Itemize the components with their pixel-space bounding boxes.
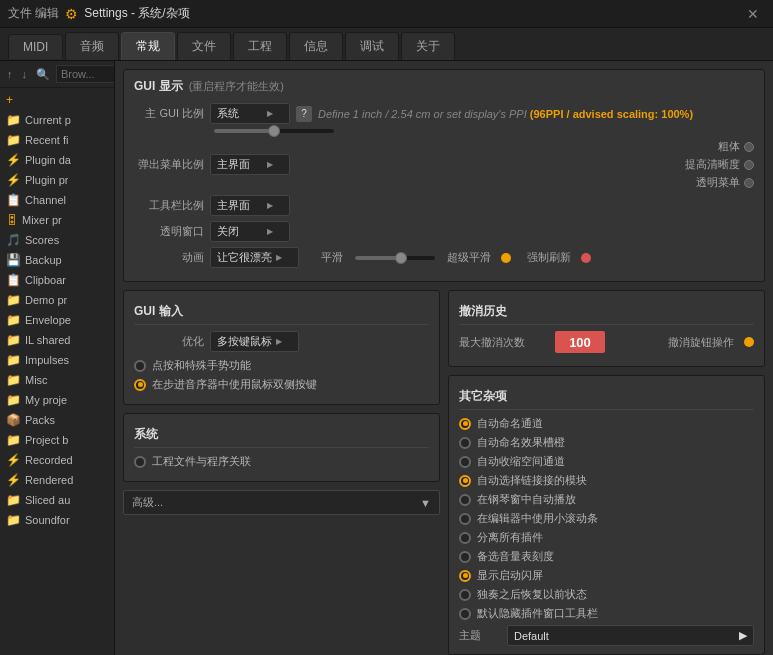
info-text: Define 1 inch / 2.54 cm or set display's… [318,108,693,120]
gui-input-section: GUI 输入 优化 多按键鼠标 点按和特殊手势功能 在步进音序器中使用鼠标双侧按… [123,290,440,405]
advanced-label: 高级... [132,495,163,510]
opt-radio-auto-name-fx[interactable] [459,437,471,449]
sidebar-item-add[interactable]: + [0,90,114,110]
sidebar-item-rendered[interactable]: ⚡ Rendered [0,470,114,490]
hd-label: 提高清晰度 [685,157,740,172]
opt-restore-state: 独奏之后恢复以前状态 [459,587,754,602]
undo-slider-dot[interactable] [744,337,754,347]
system-radio-label-1: 工程文件与程序关联 [152,454,251,469]
tab-audio[interactable]: 音频 [65,32,119,60]
sidebar-item-channel[interactable]: 📋 Channel [0,190,114,210]
tab-info[interactable]: 信息 [289,32,343,60]
sidebar-up-btn[interactable]: ↑ [4,66,16,82]
sidebar-item-scores[interactable]: 🎵 Scores [0,230,114,250]
hd-dot[interactable] [744,160,754,170]
sidebar-item-soundfor[interactable]: 📁 Soundfor [0,510,114,530]
transparency-dropdown[interactable]: 关闭 [210,221,290,242]
toolbar-scale-dropdown[interactable]: 主界面 [210,195,290,216]
super-smooth-label: 超级平滑 [447,250,491,265]
sidebar-item-mixer[interactable]: 🎛 Mixer pr [0,210,114,230]
sidebar-label-clipboard: Clipboar [25,274,66,286]
tab-general[interactable]: 常规 [121,32,175,60]
sidebar-item-project-b[interactable]: 📁 Project b [0,430,114,450]
projectb-icon: 📁 [6,433,21,447]
sidebar-item-packs[interactable]: 📦 Packs [0,410,114,430]
tab-files[interactable]: 文件 [177,32,231,60]
system-section: 系统 工程文件与程序关联 [123,413,440,482]
smooth-slider-thumb[interactable] [395,252,407,264]
opt-auto-collapse: 自动收缩空间通道 [459,454,754,469]
optimize-dropdown[interactable]: 多按键鼠标 [210,331,299,352]
opt-radio-restore-state[interactable] [459,589,471,601]
force-refresh-dot[interactable] [581,253,591,263]
tab-project[interactable]: 工程 [233,32,287,60]
sidebar-label-mixer: Mixer pr [22,214,62,226]
help-button[interactable]: ? [296,106,312,122]
myproje-icon: 📁 [6,393,21,407]
sidebar-item-envelope[interactable]: 📁 Envelope [0,310,114,330]
tab-about[interactable]: 关于 [401,32,455,60]
sidebar-item-impulses[interactable]: 📁 Impulses [0,350,114,370]
close-button[interactable]: ✕ [741,4,765,24]
sidebar-item-clipboard[interactable]: 📋 Clipboar [0,270,114,290]
app-menu-label[interactable]: 文件 编辑 [8,5,59,22]
opt-radio-detach-plugins[interactable] [459,532,471,544]
sidebar-toolbar: ↑ ↓ 🔍 [0,61,114,88]
opt-label-autoplay-piano: 在钢琴窗中自动播放 [477,492,576,507]
radio-btn-2[interactable] [134,379,146,391]
opt-radio-scrollbar-editor[interactable] [459,513,471,525]
sidebar-item-sliced-au[interactable]: 📁 Sliced au [0,490,114,510]
radio-btn-1[interactable] [134,360,146,372]
opt-backup-meter: 备选音量表刻度 [459,549,754,564]
advanced-dropdown[interactable]: 高级... ▼ [123,490,440,515]
opt-radio-autoplay-piano[interactable] [459,494,471,506]
system-radio-btn-1[interactable] [134,456,146,468]
opt-radio-auto-collapse[interactable] [459,456,471,468]
opt-radio-auto-select[interactable] [459,475,471,487]
sidebar-item-plugin-pr[interactable]: ⚡ Plugin pr [0,170,114,190]
sidebar-item-demo[interactable]: 📁 Demo pr [0,290,114,310]
theme-value: Default [514,630,549,642]
opt-radio-hide-toolbar[interactable] [459,608,471,620]
sidebar-item-my-proje[interactable]: 📁 My proje [0,390,114,410]
gui-display-title: GUI 显示 [134,78,183,95]
main-layout: ↑ ↓ 🔍 + 📁 Current p 📁 Recent fi ⚡ Plugin… [0,61,773,655]
opt-radio-auto-name-ch[interactable] [459,418,471,430]
scale-slider-track[interactable] [214,129,334,133]
toolbar-scale-row: 工具栏比例 主界面 [134,195,754,216]
sidebar-down-btn[interactable]: ↓ [19,66,31,82]
tab-midi[interactable]: MIDI [8,34,63,59]
opt-radio-backup-meter[interactable] [459,551,471,563]
opt-radio-show-splash[interactable] [459,570,471,582]
sidebar-search-btn[interactable]: 🔍 [33,66,53,83]
two-col-layout: GUI 输入 优化 多按键鼠标 点按和特殊手势功能 在步进音序器中使用鼠标双侧按… [123,290,765,655]
sidebar-item-plugin-da[interactable]: ⚡ Plugin da [0,150,114,170]
theme-dropdown[interactable]: Default ▶ [507,625,754,646]
sidebar-label-plugin-da: Plugin da [25,154,71,166]
max-undo-input[interactable]: 100 [555,331,605,353]
gui-display-header: GUI 显示 (重启程序才能生效) [134,78,754,95]
sidebar-item-recorded[interactable]: ⚡ Recorded [0,450,114,470]
animation-dropdown[interactable]: 让它很漂亮 [210,247,299,268]
sidebar-item-backup[interactable]: 💾 Backup [0,250,114,270]
sidebar-item-recent[interactable]: 📁 Recent fi [0,130,114,150]
sidebar-item-il-shared[interactable]: 📁 IL shared [0,330,114,350]
opt-label-auto-collapse: 自动收缩空间通道 [477,454,565,469]
tab-debug[interactable]: 调试 [345,32,399,60]
smooth-slider[interactable] [355,256,435,260]
radio-row-1: 点按和特殊手势功能 [134,358,429,373]
undo-slider-label: 撤消旋钮操作 [668,335,734,350]
sidebar-search-input[interactable] [56,65,115,83]
scale-slider-thumb[interactable] [268,125,280,137]
popup-menu-dropdown[interactable]: 主界面 [210,154,290,175]
main-gui-dropdown[interactable]: 系统 [210,103,290,124]
opt-detach-plugins: 分离所有插件 [459,530,754,545]
add-icon: + [6,93,13,107]
super-smooth-dot[interactable] [501,253,511,263]
bold-dot[interactable] [744,142,754,152]
sidebar-item-misc[interactable]: 📁 Misc [0,370,114,390]
theme-label: 主题 [459,628,499,643]
sidebar-item-current[interactable]: 📁 Current p [0,110,114,130]
transparent-menu-dot[interactable] [744,178,754,188]
sidebar-label-sliced-au: Sliced au [25,494,70,506]
